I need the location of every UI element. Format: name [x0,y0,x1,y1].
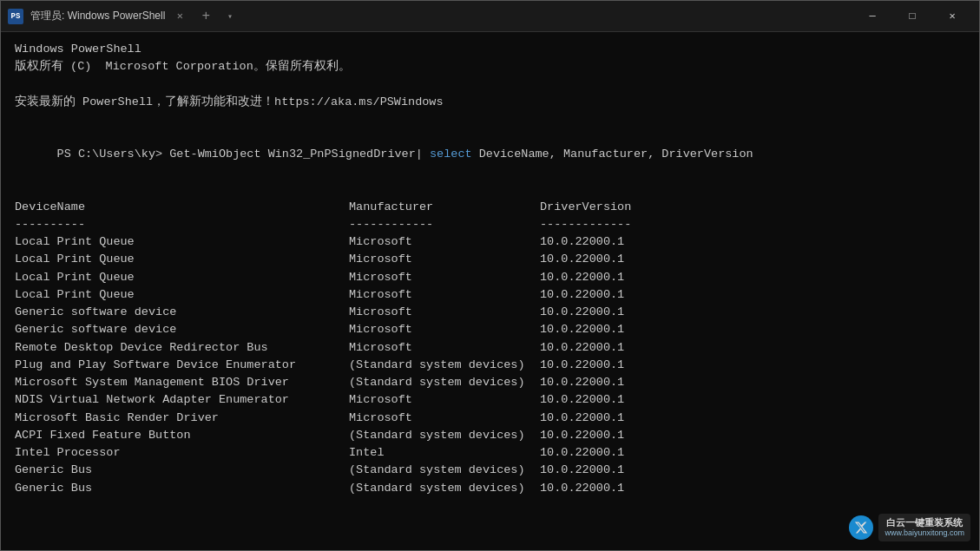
minimize-button[interactable]: ─ [852,1,892,32]
cell-driver: 10.0.22000.1 [540,357,624,374]
watermark-text-box: 白云一键重装系统 www.baiyunxitong.com [878,514,970,541]
maximize-button[interactable]: □ [892,1,932,32]
titlebar-left: PS 管理员: Windows PowerShell ✕ + ▾ [8,7,852,26]
cell-mfg: (Standard system devices) [349,427,540,444]
cell-device: Generic Bus [15,462,349,479]
table-row: Microsoft Basic Render Driver Microsoft … [15,410,965,427]
cell-device: Intel Processor [15,444,349,462]
cell-device: Generic software device [15,304,349,321]
table-row: Microsoft System Management BIOS Driver … [15,374,965,391]
terminal-body[interactable]: Windows PowerShell 版权所有 (C) Microsoft Co… [1,32,979,550]
cell-driver: 10.0.22000.1 [540,391,624,409]
cell-mfg: Microsoft [349,391,540,409]
cell-device: Remote Desktop Device Redirector Bus [15,339,349,357]
cell-device: Local Print Queue [15,233,349,251]
table-separator-row: ---------- ------------ ------------- [15,216,965,233]
cell-driver: 10.0.22000.1 [540,339,624,357]
cell-device: Microsoft Basic Render Driver [15,410,349,427]
cell-mfg: Microsoft [349,233,540,251]
cell-mfg: (Standard system devices) [349,374,540,391]
cell-device: Local Print Queue [15,269,349,286]
table-row: Local Print Queue Microsoft 10.0.22000.1 [15,233,965,251]
command-part1: Get-WmiObject Win32_PnPSignedDriver| [162,148,423,161]
window-title: 管理员: Windows PowerShell [30,9,165,23]
blank-line-2 [15,111,965,128]
cell-driver: 10.0.22000.1 [540,410,624,427]
cell-driver: 10.0.22000.1 [540,304,624,321]
cell-driver: 10.0.22000.1 [540,444,624,462]
cell-mfg: (Standard system devices) [349,462,540,479]
cell-driver: 10.0.22000.1 [540,374,624,391]
watermark: 白云一键重装系统 www.baiyunxitong.com [849,514,970,541]
table-row: Generic Bus (Standard system devices) 10… [15,462,965,479]
table-row: ACPI Fixed Feature Button (Standard syst… [15,427,965,444]
select-keyword: select [423,148,472,161]
header-device: DeviceName [15,199,349,216]
cell-driver: 10.0.22000.1 [540,427,624,444]
table-row: Intel Processor Intel 10.0.22000.1 [15,444,965,462]
cell-mfg: Microsoft [349,321,540,338]
cell-mfg: (Standard system devices) [349,480,540,497]
sep-mfg: ------------ [349,216,540,233]
blank-line-1 [15,76,965,94]
close-button[interactable]: ✕ [932,1,972,32]
cell-device: NDIS Virtual Network Adapter Enumerator [15,391,349,409]
cell-mfg: Microsoft [349,286,540,304]
close-tab-button[interactable]: ✕ [172,9,187,24]
cell-driver: 10.0.22000.1 [540,233,624,251]
cell-driver: 10.0.22000.1 [540,480,624,497]
cell-driver: 10.0.22000.1 [540,269,624,286]
cell-device: Local Print Queue [15,286,349,304]
powershell-window: PS 管理员: Windows PowerShell ✕ + ▾ ─ □ ✕ W… [0,0,980,551]
table-header-row: DeviceName Manufacturer DriverVersion [15,199,965,216]
header-mfg: Manufacturer [349,199,540,216]
cell-mfg: Microsoft [349,339,540,357]
cell-device: Microsoft System Management BIOS Driver [15,374,349,391]
watermark-url: www.baiyunxitong.com [885,528,964,539]
table-row: Remote Desktop Device Redirector Bus Mic… [15,339,965,357]
sep-driver: ------------- [540,216,631,233]
command-line: PS C:\Users\ky> Get-WmiObject Win32_PnPS… [15,128,965,181]
cell-driver: 10.0.22000.1 [540,462,624,479]
cell-device: Generic Bus [15,480,349,497]
table-row: Local Print Queue Microsoft 10.0.22000.1 [15,286,965,304]
cell-driver: 10.0.22000.1 [540,251,624,268]
command-part2: DeviceName, Manufacturer, DriverVersion [472,148,753,161]
table-row: Generic software device Microsoft 10.0.2… [15,304,965,321]
table-row: Generic software device Microsoft 10.0.2… [15,321,965,338]
titlebar: PS 管理员: Windows PowerShell ✕ + ▾ ─ □ ✕ [1,1,979,32]
cell-mfg: Microsoft [349,269,540,286]
cell-driver: 10.0.22000.1 [540,286,624,304]
table-row: Generic Bus (Standard system devices) 10… [15,480,965,497]
cell-mfg: Microsoft [349,410,540,427]
powershell-icon: PS [8,9,23,24]
cell-device: Local Print Queue [15,251,349,268]
table-row: Local Print Queue Microsoft 10.0.22000.1 [15,269,965,286]
window-controls: ─ □ ✕ [852,1,972,32]
tab-dropdown-button[interactable]: ▾ [224,10,236,23]
cell-device: Plug and Play Software Device Enumerator [15,357,349,374]
twitter-icon [849,515,873,540]
cell-device: ACPI Fixed Feature Button [15,427,349,444]
output-line-4: 安装最新的 PowerShell，了解新功能和改进！https://aka.ms… [15,94,965,111]
cell-mfg: Microsoft [349,251,540,268]
cell-mfg: Microsoft [349,304,540,321]
table-data-rows: Local Print Queue Microsoft 10.0.22000.1… [15,233,965,497]
header-driver: DriverVersion [540,199,631,216]
cell-driver: 10.0.22000.1 [540,321,624,338]
output-line-1: Windows PowerShell [15,41,965,58]
new-tab-button[interactable]: + [194,7,217,26]
watermark-title: 白云一键重装系统 [885,516,964,528]
sep-device: ---------- [15,216,349,233]
output-line-2: 版权所有 (C) Microsoft Corporation。保留所有权利。 [15,58,965,75]
table-row: Plug and Play Software Device Enumerator… [15,357,965,374]
table-row: NDIS Virtual Network Adapter Enumerator … [15,391,965,409]
blank-line-3 [15,181,965,199]
prompt: PS C:\Users\ky> [57,148,163,161]
table-row: Local Print Queue Microsoft 10.0.22000.1 [15,251,965,268]
cell-mfg: (Standard system devices) [349,357,540,374]
cell-mfg: Intel [349,444,540,462]
cell-device: Generic software device [15,321,349,338]
